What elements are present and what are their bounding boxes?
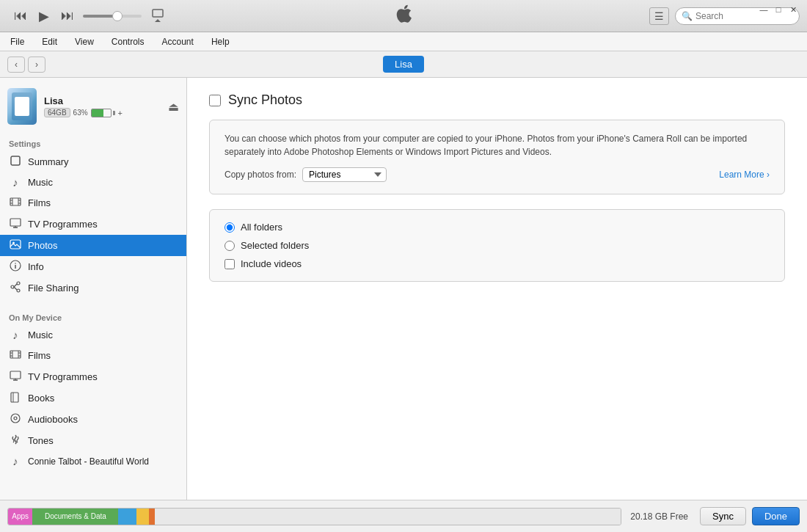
sidebar-item-films[interactable]: Films [0, 192, 186, 214]
device-pill-button[interactable]: Lisa [383, 56, 424, 73]
list-view-button[interactable]: ☰ [649, 7, 669, 25]
next-button[interactable]: ⏭ [58, 7, 77, 25]
all-folders-row: All folders [224, 222, 770, 233]
chevron-right-icon: › [767, 170, 770, 180]
airplay-icon [150, 7, 165, 22]
svg-marker-1 [155, 19, 161, 22]
storage-docs: Documents & Data [32, 509, 118, 525]
selected-folders-radio[interactable] [224, 241, 235, 251]
learn-more-link[interactable]: Learn More › [719, 170, 770, 180]
info-text: You can choose which photos from your co… [224, 132, 770, 158]
sidebar-item-connie[interactable]: ♪ Connie Talbot - Beautiful World [0, 451, 186, 471]
restore-button[interactable]: □ [772, 3, 785, 16]
prev-button[interactable]: ⏮ [11, 7, 30, 25]
svg-line-22 [14, 287, 17, 290]
sync-photos-title[interactable]: Sync Photos [228, 92, 302, 108]
eject-button[interactable]: ⏏ [168, 100, 179, 114]
titlebar: ⏮ ▶ ⏭ ☰ 🔍 — □ ✕ [0, 0, 807, 32]
svg-rect-23 [10, 351, 21, 358]
navbar: ‹ › Lisa [0, 51, 807, 78]
device-name-col: Lisa 64GB 63% + [44, 95, 168, 117]
tones-label: Tones [28, 435, 54, 446]
tv-programmes-label: TV Programmes [28, 219, 98, 230]
sync-photos-checkbox[interactable] [209, 95, 221, 106]
selected-folders-row: Selected folders [224, 240, 770, 251]
menu-edit[interactable]: Edit [37, 35, 62, 48]
svg-rect-30 [10, 371, 21, 379]
svg-rect-33 [11, 393, 18, 402]
sidebar-item-tv-device[interactable]: TV Programmes [0, 366, 186, 387]
main-layout: Lisa 64GB 63% + ⏏ Settings Summary [0, 78, 807, 500]
include-videos-row: Include videos [224, 258, 770, 269]
apple-logo [395, 4, 412, 27]
apple-icon [395, 4, 412, 23]
include-videos-checkbox[interactable] [224, 259, 235, 269]
volume-slider[interactable] [83, 15, 142, 18]
charge-icon: + [118, 109, 123, 117]
svg-rect-0 [153, 10, 163, 17]
tv-device-icon [9, 370, 22, 384]
transport-controls: ⏮ ▶ ⏭ [11, 7, 165, 26]
photos-icon [9, 238, 22, 252]
include-videos-label[interactable]: Include videos [241, 258, 302, 269]
sidebar-item-films-device[interactable]: Films [0, 345, 186, 366]
sidebar-item-music-device[interactable]: ♪ Music [0, 325, 186, 345]
summary-icon [9, 155, 22, 169]
connie-icon: ♪ [9, 455, 22, 467]
svg-line-21 [14, 284, 17, 287]
tones-icon [9, 434, 22, 448]
svg-point-35 [11, 414, 20, 423]
audiobooks-label: Audiobooks [28, 414, 78, 425]
sidebar-item-tones[interactable]: Tones [0, 430, 186, 451]
svg-rect-2 [11, 156, 20, 165]
window-controls: — □ ✕ [757, 3, 800, 16]
music-device-label: Music [28, 329, 53, 340]
back-button[interactable]: ‹ [7, 57, 25, 73]
file-sharing-label: File Sharing [28, 283, 78, 294]
content-area: Sync Photos You can choose which photos … [187, 78, 807, 500]
options-box: All folders Selected folders Include vid… [209, 209, 785, 282]
music-device-icon: ♪ [9, 329, 22, 341]
sidebar-item-summary[interactable]: Summary [0, 151, 186, 172]
svg-point-19 [17, 289, 20, 292]
sidebar-item-tv-programmes[interactable]: TV Programmes [0, 214, 186, 235]
storage-orange [149, 509, 155, 525]
info-icon [9, 260, 22, 274]
music-label: Music [28, 177, 53, 188]
menu-help[interactable]: Help [207, 35, 234, 48]
airplay-button[interactable] [150, 7, 165, 25]
menu-account[interactable]: Account [158, 35, 198, 48]
done-button[interactable]: Done [752, 507, 800, 525]
minimize-button[interactable]: — [757, 3, 770, 16]
all-folders-label[interactable]: All folders [241, 222, 282, 233]
close-button[interactable]: ✕ [786, 3, 800, 16]
sidebar-item-audiobooks[interactable]: Audiobooks [0, 409, 186, 430]
on-my-device-label: On My Device [0, 306, 186, 325]
forward-button[interactable]: › [28, 57, 45, 73]
menubar: File Edit View Controls Account Help [0, 32, 807, 51]
svg-point-36 [14, 417, 17, 420]
storage-yellow [136, 509, 149, 525]
menu-file[interactable]: File [6, 35, 29, 48]
sidebar-item-info[interactable]: Info [0, 256, 186, 277]
all-folders-radio[interactable] [224, 222, 235, 233]
battery-indicator [91, 109, 115, 117]
device-meta: 64GB 63% + [44, 108, 168, 117]
sidebar-item-file-sharing[interactable]: File Sharing [0, 277, 186, 299]
sync-button[interactable]: Sync [700, 507, 746, 525]
sidebar-item-books[interactable]: Books [0, 387, 186, 409]
menu-controls[interactable]: Controls [107, 35, 149, 48]
settings-section-label: Settings [0, 132, 186, 151]
selected-folders-label[interactable]: Selected folders [241, 240, 309, 251]
sidebar-item-music[interactable]: ♪ Music [0, 172, 186, 192]
sidebar-item-photos[interactable]: Photos [0, 235, 186, 256]
menu-view[interactable]: View [70, 35, 98, 48]
apps-storage-label: Apps [12, 512, 29, 520]
device-name: Lisa [44, 95, 168, 106]
play-button[interactable]: ▶ [36, 7, 52, 26]
svg-rect-10 [10, 219, 21, 226]
films-device-label: Films [28, 350, 51, 361]
svg-point-20 [11, 285, 14, 288]
copy-from-select[interactable]: Pictures iPhoto Choose folder... [302, 167, 387, 182]
photos-label: Photos [28, 240, 57, 251]
